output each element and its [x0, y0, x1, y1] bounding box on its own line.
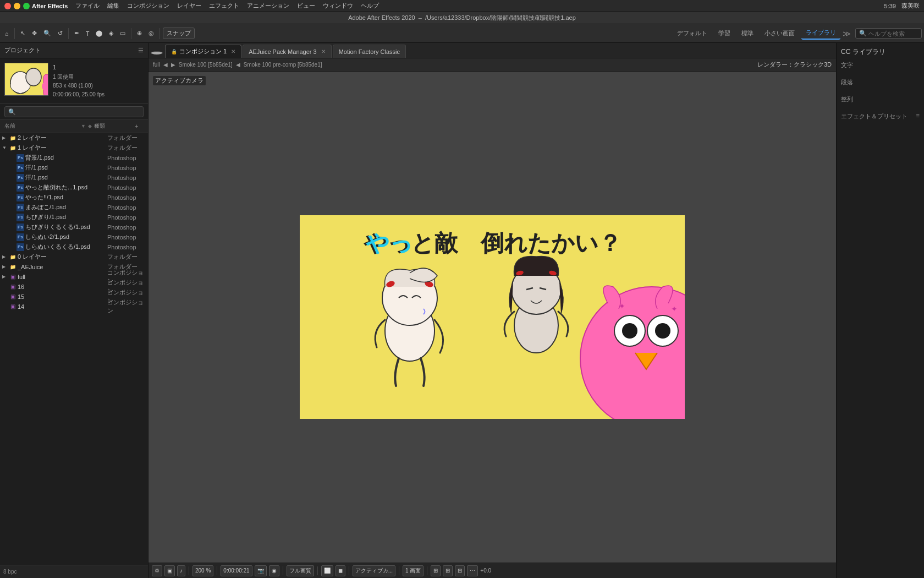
select-tool[interactable]: ↖ — [18, 26, 28, 41]
snap-button[interactable]: スナップ — [163, 28, 195, 39]
nav-smoke100[interactable]: Smoke 100 [5b85de1] — [179, 62, 233, 68]
playback-options[interactable]: ⚙ — [152, 565, 162, 576]
menu-help[interactable]: ヘルプ — [361, 2, 379, 10]
home-button[interactable]: ⌂ — [2, 26, 12, 41]
camera-tool[interactable]: ◎ — [146, 26, 157, 41]
nav-full[interactable]: full — [153, 62, 160, 68]
ws-library[interactable]: ライブラリ — [801, 27, 840, 40]
tab-aejuice[interactable]: AEJuice Pack Manager 3 ✕ — [243, 45, 332, 58]
grid-options[interactable]: ⊞ — [443, 565, 453, 576]
sort-type-icon[interactable]: ◆ — [88, 123, 92, 129]
help-search-input[interactable] — [868, 30, 918, 37]
preview-thumbnail[interactable] — [4, 63, 48, 96]
audio-toggle[interactable]: ♪ — [177, 565, 185, 576]
tab-close-icon[interactable]: ✕ — [321, 48, 326, 54]
sort-name-icon[interactable]: ▼ — [81, 123, 86, 129]
tab-composition-1[interactable]: 🔒 コンポジション 1 ✕ — [165, 45, 241, 58]
zoom-select[interactable]: 200 % — [193, 565, 213, 576]
workspace-more[interactable]: ≫ — [843, 29, 851, 38]
brush-tool[interactable]: ⬤ — [93, 26, 105, 41]
file-list-header: 名前 ▼ ◆ 種類 + — [0, 120, 148, 133]
list-item[interactable]: Ps しらぬいくるくる/1.psd Photoshop — [0, 242, 148, 252]
panel-section-paragraph: 段落 — [841, 78, 920, 89]
active-camera[interactable]: アクティブカ... — [353, 565, 395, 576]
project-search[interactable] — [0, 104, 148, 120]
nav-left-arrow[interactable]: ◀ — [163, 62, 168, 68]
rotate-tool[interactable]: ↺ — [55, 26, 65, 41]
move-tool[interactable]: ✥ — [29, 26, 40, 41]
quality-select[interactable]: フル画質 — [287, 565, 314, 576]
list-item[interactable]: Ps しらぬい2/1.psd Photoshop — [0, 232, 148, 242]
screens-select[interactable]: 1 画面 — [403, 565, 424, 576]
snapshot-btn[interactable]: 📷 — [255, 565, 267, 576]
section-characters[interactable]: 文字 — [841, 61, 920, 69]
list-item[interactable]: Ps ちびぎり/1.psd Photoshop — [0, 212, 148, 222]
help-search[interactable]: 🔍 — [855, 28, 922, 39]
add-item-icon[interactable]: + — [135, 123, 144, 129]
menu-animation[interactable]: アニメーション — [247, 2, 289, 10]
zoom-tool[interactable]: 🔍 — [41, 26, 54, 41]
list-item[interactable]: Ps 汗/1.psd Photoshop — [0, 173, 148, 183]
list-item[interactable]: Ps ちびぎりくるくる/1.psd Photoshop — [0, 222, 148, 232]
preview-resolution: 853 x 480 (1.00) — [53, 81, 105, 90]
project-search-input[interactable] — [4, 106, 144, 117]
ws-small[interactable]: 小さい画面 — [760, 28, 799, 39]
guides-options[interactable]: ⊟ — [455, 565, 465, 576]
section-align[interactable]: 整列 — [841, 95, 920, 103]
show-channel[interactable]: ◉ — [269, 565, 279, 576]
center-area: 🔒 コンポジション 1 ✕ AEJuice Pack Manager 3 ✕ M… — [148, 43, 836, 578]
section-effects[interactable]: エフェクト＆プリセット ≡ — [841, 112, 920, 121]
section-paragraph[interactable]: 段落 — [841, 78, 920, 86]
tab-motion-factory[interactable]: Motion Factory Classic — [333, 45, 406, 58]
expand-icon: ▼ — [2, 145, 8, 150]
svg-point-2 — [26, 68, 41, 86]
ws-default[interactable]: デフォルト — [673, 28, 712, 39]
list-item[interactable]: ▶ 📁 0 レイヤー フォルダー — [0, 252, 148, 262]
comp-icon: ▣ — [9, 293, 16, 301]
nav-smoke100-precomp[interactable]: Smoke 100 pre-comp [5b85de1] — [244, 62, 322, 68]
ws-learn[interactable]: 学習 — [714, 28, 735, 39]
close-button[interactable] — [4, 3, 11, 9]
region-interest[interactable]: ⬜ — [321, 565, 333, 576]
list-item[interactable]: Ps 汗/1.psd Photoshop — [0, 163, 148, 173]
svg-point-19 — [622, 323, 637, 339]
svg-text:✦: ✦ — [671, 304, 678, 313]
text-tool[interactable]: T — [83, 26, 92, 41]
composition-canvas[interactable]: やっと敵 倒れたかい？ やっ — [300, 215, 685, 419]
menu-file[interactable]: ファイル — [75, 2, 100, 10]
list-item[interactable]: Ps やった!!/1.psd Photoshop — [0, 193, 148, 203]
fullscreen-button[interactable] — [23, 3, 30, 9]
view-options[interactable]: ⊞ — [431, 565, 441, 576]
menu-effect[interactable]: エフェクト — [209, 2, 239, 10]
col-type-header: 種類 — [94, 122, 133, 130]
timecode-display[interactable]: 0:00:00:21 — [221, 565, 252, 576]
list-item[interactable]: ▣ 14 コンポジション — [0, 302, 148, 312]
comp-icon: ▣ — [9, 273, 16, 281]
composition-artwork: やっと敵 倒れたかい？ やっ — [300, 215, 685, 419]
preview-quality[interactable]: ▣ — [164, 565, 175, 576]
list-item[interactable]: ▶ 📁 2 レイヤー フォルダー — [0, 133, 148, 143]
menu-layer[interactable]: レイヤー — [177, 2, 201, 10]
shape-tool[interactable]: ▭ — [117, 26, 128, 41]
menu-view[interactable]: ビュー — [297, 2, 315, 10]
transparency[interactable]: ◼ — [336, 565, 345, 576]
pen-tool[interactable]: ✒ — [72, 26, 82, 41]
menu-composition[interactable]: コンポジション — [127, 2, 169, 10]
project-menu-icon[interactable]: ☰ — [138, 47, 144, 54]
menu-edit[interactable]: 編集 — [107, 2, 119, 10]
nav-right-arrow[interactable]: ▶ — [171, 62, 175, 68]
motion-blur[interactable]: ⋯ — [467, 565, 478, 576]
puppet-tool[interactable]: ⊕ — [134, 26, 145, 41]
list-item[interactable]: ▼ 📁 1 レイヤー フォルダー — [0, 143, 148, 153]
stamp-tool[interactable]: ◈ — [106, 26, 116, 41]
list-item[interactable]: Ps まみぼこ/1.psd Photoshop — [0, 203, 148, 212]
ws-standard[interactable]: 標準 — [737, 28, 758, 39]
menu-window[interactable]: ウィンドウ — [323, 2, 353, 10]
vb-sep-6 — [399, 566, 399, 575]
workspace-tabs: デフォルト 学習 標準 小さい画面 ライブラリ ≫ — [673, 27, 851, 40]
tab-close-icon[interactable]: ✕ — [231, 48, 235, 54]
toolbar-sep-2 — [68, 28, 69, 39]
list-item[interactable]: Ps 背景/1.psd Photoshop — [0, 153, 148, 163]
list-item[interactable]: Ps やっと敵倒れた...1.psd Photoshop — [0, 183, 148, 193]
minimize-button[interactable] — [14, 3, 20, 9]
